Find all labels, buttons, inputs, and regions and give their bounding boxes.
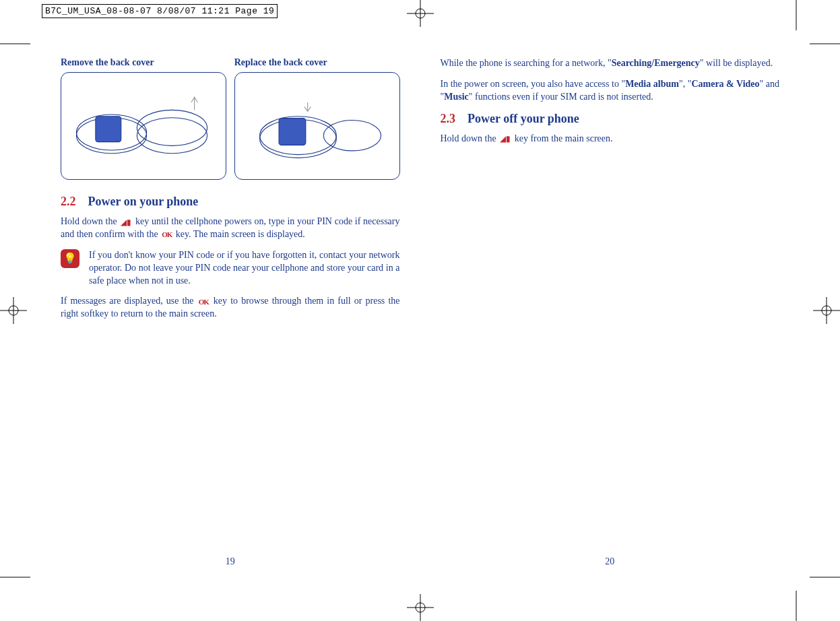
svg-rect-25 xyxy=(279,119,306,145)
section-title-text: Power off your phone xyxy=(467,112,579,125)
figure-replace-cover: Replace the back cover xyxy=(234,57,400,180)
svg-rect-20 xyxy=(96,117,121,142)
svg-point-26 xyxy=(323,120,381,150)
ok-key-icon: OK xyxy=(197,297,210,307)
crop-mark-icon xyxy=(783,581,810,621)
page-left: Remove the back cover xyxy=(61,57,400,567)
body-paragraph: Hold down the ◢▮ key until the cellphone… xyxy=(61,216,400,241)
crop-mark-icon xyxy=(0,564,40,591)
figure-illustration xyxy=(234,72,400,180)
figure-row: Remove the back cover xyxy=(61,57,400,180)
body-paragraph: Hold down the ◢▮ key from the main scree… xyxy=(441,133,780,145)
svg-point-21 xyxy=(137,118,207,154)
page-spread: Remove the back cover xyxy=(61,57,779,567)
registration-mark-icon xyxy=(407,594,434,621)
section-title-text: Power on your phone xyxy=(88,195,199,208)
figure-title: Replace the back cover xyxy=(234,57,400,68)
svg-point-22 xyxy=(137,110,207,145)
registration-mark-icon xyxy=(0,297,27,324)
crop-mark-icon xyxy=(783,0,810,40)
body-paragraph: While the phone is searching for a netwo… xyxy=(441,57,780,70)
power-key-icon: ◢▮ xyxy=(119,217,133,228)
body-paragraph: In the power on screen, you also have ac… xyxy=(441,78,780,104)
ok-key-icon: OK xyxy=(160,230,173,240)
tip-text: If you don't know your PIN code or if yo… xyxy=(89,249,400,288)
section-number: 2.3 xyxy=(441,112,456,125)
figure-title: Remove the back cover xyxy=(61,57,226,68)
power-key-icon: ◢▮ xyxy=(498,133,512,144)
page-number: 20 xyxy=(441,529,780,567)
print-job-header: B7C_UM_USA_08-08-07 8/08/07 11:21 Page 1… xyxy=(42,4,278,18)
figure-illustration xyxy=(61,72,226,180)
section-heading: 2.3Power off your phone xyxy=(441,112,780,126)
crop-mark-icon xyxy=(0,30,40,57)
tip-callout: 💡 If you don't know your PIN code or if … xyxy=(61,249,400,288)
section-heading: 2.2Power on your phone xyxy=(61,195,400,209)
page-number: 19 xyxy=(61,529,400,567)
page-right: While the phone is searching for a netwo… xyxy=(441,57,780,567)
registration-mark-icon xyxy=(813,297,840,324)
body-paragraph: If messages are displayed, use the OK ke… xyxy=(61,295,400,321)
figure-remove-cover: Remove the back cover xyxy=(61,57,226,180)
registration-mark-icon xyxy=(407,0,434,27)
section-number: 2.2 xyxy=(61,195,76,208)
lightbulb-tip-icon: 💡 xyxy=(61,249,79,268)
